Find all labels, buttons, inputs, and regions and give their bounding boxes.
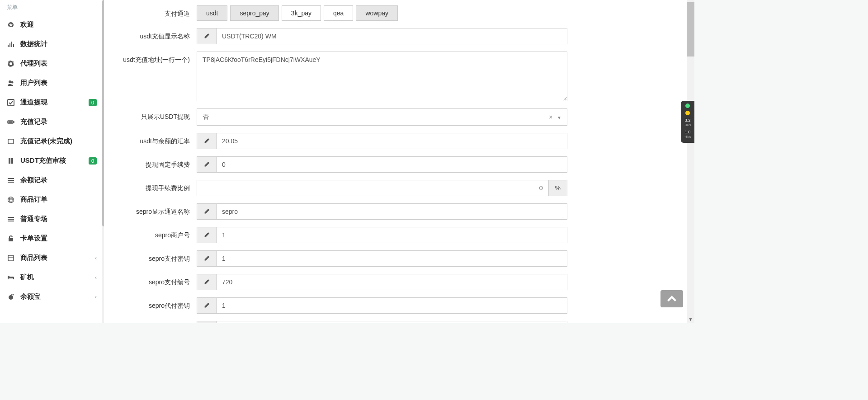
svg-point-4 xyxy=(9,80,11,83)
network-widget[interactable]: 3.2 ↓K/s 1.0 ↑K/s xyxy=(681,101,694,143)
edit-icon xyxy=(197,28,216,44)
reddit-icon xyxy=(7,293,15,301)
battery-icon xyxy=(7,118,15,126)
nav-recharge[interactable]: 充值记录 xyxy=(0,112,104,132)
nav-yuebao[interactable]: 余额宝 ‹ xyxy=(0,287,104,306)
edit-icon xyxy=(197,227,216,243)
nav-label: 用户列表 xyxy=(20,79,97,87)
nav-label: 欢迎 xyxy=(20,20,97,29)
dashboard-icon xyxy=(7,21,15,29)
sepro-gateway-label: sepro支付网关 xyxy=(115,321,197,323)
status-dot-yellow xyxy=(685,111,690,115)
nav-label: 充值记录(未完成) xyxy=(20,137,97,146)
channel-qea[interactable]: qea xyxy=(324,5,353,21)
nav-card[interactable]: 卡单设置 xyxy=(0,229,104,248)
nav-label: 通道提现 xyxy=(20,98,86,107)
device-icon xyxy=(7,137,15,146)
net-up: 1.0 ↑K/s xyxy=(684,130,691,139)
svg-rect-6 xyxy=(8,99,14,106)
nav-usdt-audit[interactable]: USDT充值审核 0 xyxy=(0,151,104,170)
nav-withdraw[interactable]: 通道提现 0 xyxy=(0,93,104,112)
back-to-top-button[interactable] xyxy=(660,290,683,307)
nav-label: 矿机 xyxy=(20,273,95,282)
nav-label: 普通专场 xyxy=(20,215,97,223)
nav-label: 数据统计 xyxy=(20,40,97,48)
svg-rect-20 xyxy=(8,221,14,221)
channel-sepro[interactable]: sepro_pay xyxy=(230,5,278,21)
list-icon xyxy=(7,176,15,184)
channel-wowpay[interactable]: wowpay xyxy=(356,5,398,21)
page-scrollbar[interactable]: ▲ ▼ xyxy=(687,0,694,323)
edit-icon xyxy=(197,321,216,323)
scroll-down-icon[interactable]: ▼ xyxy=(687,315,694,323)
pause-icon xyxy=(7,157,15,165)
nav-normal[interactable]: 普通专场 xyxy=(0,209,104,229)
channel-usdt[interactable]: usdt xyxy=(197,5,227,21)
usdt-addr-label: usdt充值地址(一行一个) xyxy=(115,52,197,64)
svg-rect-9 xyxy=(9,122,12,122)
check-icon xyxy=(7,99,15,107)
unlock-icon xyxy=(7,235,15,243)
nav-label: USDT充值审核 xyxy=(20,156,86,165)
nav-recharge-pending[interactable]: 充值记录(未完成) xyxy=(0,132,104,151)
scrollbar-thumb[interactable] xyxy=(687,2,694,56)
sepro-gateway-input[interactable] xyxy=(216,321,567,323)
svg-rect-10 xyxy=(8,139,14,144)
svg-rect-14 xyxy=(8,180,14,181)
select-value: 否 xyxy=(203,113,209,121)
fee-rate-input[interactable] xyxy=(197,180,549,196)
nav-users[interactable]: 用户列表 xyxy=(0,73,104,93)
edit-icon xyxy=(197,274,216,290)
sepro-code-input[interactable] xyxy=(216,274,567,290)
list-icon xyxy=(7,215,15,223)
status-dot-green xyxy=(685,104,690,108)
svg-point-22 xyxy=(9,295,13,300)
main-content: 支付通道 usdt sepro_pay 3k_pay qea wowpay us… xyxy=(104,0,694,323)
chevron-left-icon: ‹ xyxy=(95,294,97,300)
svg-rect-15 xyxy=(8,182,14,183)
svg-rect-21 xyxy=(8,255,14,261)
edit-icon xyxy=(197,203,216,220)
edit-icon xyxy=(197,156,216,173)
svg-rect-18 xyxy=(8,217,14,218)
channel-3k[interactable]: 3k_pay xyxy=(282,5,321,21)
svg-rect-2 xyxy=(11,42,12,47)
nav-label: 充值记录 xyxy=(20,118,97,126)
usdt-addr-textarea[interactable]: TP8jAC6KfooT6rReEyi5jFDNcj7iWXAueY xyxy=(197,52,567,101)
svg-rect-1 xyxy=(9,43,10,47)
svg-rect-19 xyxy=(8,219,14,220)
edit-icon xyxy=(197,297,216,314)
channel-buttons: usdt sepro_pay 3k_pay qea wowpay xyxy=(197,5,398,21)
sidebar-header: 菜单 xyxy=(0,0,104,15)
nav-label: 商品列表 xyxy=(20,254,95,262)
nav-stats[interactable]: 数据统计 xyxy=(0,34,104,54)
sepro-key-input[interactable] xyxy=(216,250,567,267)
nav-balance[interactable]: 余额记录 xyxy=(0,170,104,190)
usdt-rate-label: usdt与余额的汇率 xyxy=(115,133,197,146)
gear-icon xyxy=(7,60,15,68)
nav-agents[interactable]: 代理列表 xyxy=(0,54,104,73)
percent-suffix: % xyxy=(549,180,567,196)
sepro-name-input[interactable] xyxy=(216,203,567,220)
nav-badge: 0 xyxy=(89,157,97,165)
svg-point-23 xyxy=(13,294,14,295)
usdt-only-label: 只展示USDT提现 xyxy=(115,108,197,121)
nav-label: 余额记录 xyxy=(20,176,97,184)
sepro-name-label: sepro显示通道名称 xyxy=(115,203,197,216)
nav-miner[interactable]: 矿机 ‹ xyxy=(0,268,104,287)
nav-products[interactable]: 商品列表 ‹ xyxy=(0,248,104,268)
fee-fixed-input[interactable] xyxy=(216,156,567,173)
nav-welcome[interactable]: 欢迎 xyxy=(0,15,104,34)
window-icon xyxy=(7,254,15,262)
usdt-rate-input[interactable] xyxy=(216,133,567,149)
sepro-payout-key-input[interactable] xyxy=(216,297,567,314)
sepro-payout-key-label: sepro代付密钥 xyxy=(115,297,197,310)
usdt-only-select[interactable]: 否 × ▼ xyxy=(197,108,567,126)
nav-orders[interactable]: 商品订单 xyxy=(0,190,104,209)
select-clear-icon[interactable]: × xyxy=(549,113,552,121)
channel-label: 支付通道 xyxy=(115,5,197,18)
users-icon xyxy=(7,79,15,87)
sepro-merchant-input[interactable] xyxy=(216,227,567,243)
usdt-name-input[interactable] xyxy=(216,28,567,44)
sepro-code-label: sepro支付编号 xyxy=(115,274,197,287)
